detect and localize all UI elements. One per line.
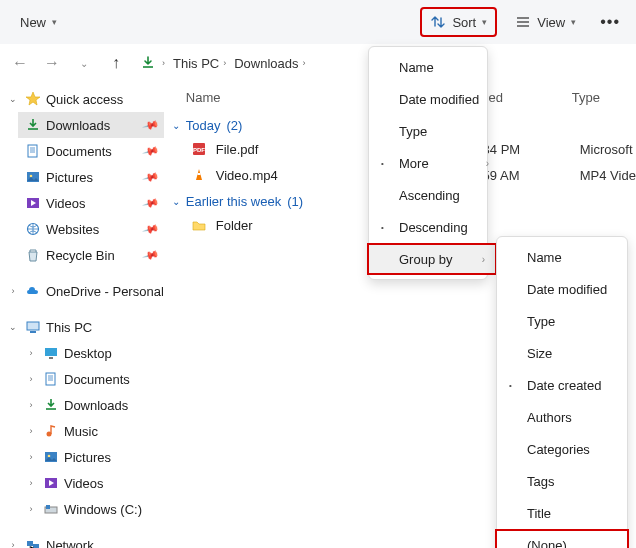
file-type: Microsoft E xyxy=(580,142,636,157)
sidebar-label: Network xyxy=(46,538,164,549)
sidebar-label: Quick access xyxy=(46,92,164,107)
chevron-right-icon: › xyxy=(160,58,167,68)
pictures-icon xyxy=(24,168,42,186)
sidebar-label: Downloads xyxy=(64,398,164,413)
sidebar-item-websites[interactable]: Websites 📌 xyxy=(18,216,164,242)
groupby-none[interactable]: (None) xyxy=(495,529,629,548)
svg-marker-0 xyxy=(26,92,40,105)
sidebar-pc-videos[interactable]: ›Videos xyxy=(18,470,164,496)
forward-button[interactable]: → xyxy=(38,49,66,77)
sidebar-label: Pictures xyxy=(46,170,140,185)
sidebar-pc-documents[interactable]: ›Documents xyxy=(18,366,164,392)
groupby-size[interactable]: Size xyxy=(497,337,627,369)
sidebar-item-recyclebin[interactable]: Recycle Bin 📌 xyxy=(18,242,164,268)
star-icon xyxy=(24,90,42,108)
collapse-icon: ⌄ xyxy=(172,120,180,131)
sidebar-item-downloads[interactable]: Downloads 📌 xyxy=(18,112,164,138)
breadcrumb-thispc[interactable]: This PC› xyxy=(171,56,230,71)
sort-menu: Name Date modified Type •More› Ascending… xyxy=(368,46,488,280)
ellipsis-icon: ••• xyxy=(600,13,620,31)
groupby-name[interactable]: Name xyxy=(497,241,627,273)
breadcrumb-downloads[interactable]: Downloads› xyxy=(232,56,309,71)
expand-icon: › xyxy=(24,478,38,488)
groupby-date-created[interactable]: •Date created xyxy=(497,369,627,401)
sort-menu-group-by[interactable]: Group by› xyxy=(367,243,497,275)
downloads-icon xyxy=(24,116,42,134)
svg-text:PDF: PDF xyxy=(193,147,205,153)
sidebar-label: Pictures xyxy=(64,450,164,465)
svg-rect-24 xyxy=(197,173,200,175)
sidebar-network[interactable]: › Network xyxy=(0,532,164,548)
bullet-icon: • xyxy=(381,223,384,232)
col-type[interactable]: Type xyxy=(572,90,636,105)
sort-menu-name[interactable]: Name xyxy=(369,51,499,83)
group-count: (1) xyxy=(287,194,303,209)
sidebar-pc-music[interactable]: ›Music xyxy=(18,418,164,444)
expand-icon: › xyxy=(24,504,38,514)
sidebar-label: Videos xyxy=(64,476,164,491)
groupby-type[interactable]: Type xyxy=(497,305,627,337)
groupby-title[interactable]: Title xyxy=(497,497,627,529)
sort-menu-more[interactable]: •More› xyxy=(369,147,499,179)
expand-icon: › xyxy=(24,374,38,384)
svg-rect-11 xyxy=(46,373,55,385)
sidebar-pc-downloads[interactable]: ›Downloads xyxy=(18,392,164,418)
sidebar-item-videos[interactable]: Videos 📌 xyxy=(18,190,164,216)
expand-icon: › xyxy=(6,286,20,296)
svg-point-3 xyxy=(30,175,33,178)
chevron-right-icon: › xyxy=(301,58,308,68)
sidebar-label: Websites xyxy=(46,222,140,237)
sort-menu-ascending[interactable]: Ascending xyxy=(369,179,499,211)
nav-row: ← → ⌄ ↑ › This PC› Downloads› xyxy=(0,44,636,82)
sort-menu-descending[interactable]: •Descending xyxy=(369,211,499,243)
sort-label: Sort xyxy=(452,15,476,30)
music-icon xyxy=(42,422,60,440)
chevron-down-icon: ▾ xyxy=(52,17,57,27)
videos-icon xyxy=(42,474,60,492)
sidebar-item-documents[interactable]: Documents 📌 xyxy=(18,138,164,164)
sort-icon xyxy=(430,14,446,30)
documents-icon xyxy=(24,142,42,160)
groupby-date-modified[interactable]: Date modified xyxy=(497,273,627,305)
sort-button[interactable]: Sort ▾ xyxy=(420,7,497,37)
sidebar-pc-pictures[interactable]: ›Pictures xyxy=(18,444,164,470)
sidebar-quick-access[interactable]: ⌄ Quick access xyxy=(0,86,164,112)
sidebar-pc-desktop[interactable]: ›Desktop xyxy=(18,340,164,366)
sidebar-label: Recycle Bin xyxy=(46,248,140,263)
downloads-icon xyxy=(42,396,60,414)
sidebar-thispc[interactable]: ⌄ This PC xyxy=(0,314,164,340)
group-by-menu: Name Date modified Type Size •Date creat… xyxy=(496,236,628,548)
groupby-authors[interactable]: Authors xyxy=(497,401,627,433)
sort-menu-type[interactable]: Type xyxy=(369,115,499,147)
sidebar-label: Documents xyxy=(46,144,140,159)
sidebar-pc-windows-c[interactable]: ›Windows (C:) xyxy=(18,496,164,522)
groupby-tags[interactable]: Tags xyxy=(497,465,627,497)
sidebar-label: Videos xyxy=(46,196,140,211)
chevron-down-icon: ▾ xyxy=(482,17,487,27)
view-button[interactable]: View ▾ xyxy=(505,7,586,37)
sort-menu-date-modified[interactable]: Date modified xyxy=(369,83,499,115)
folder-icon xyxy=(190,216,208,234)
up-button[interactable]: ↑ xyxy=(102,49,130,77)
back-button[interactable]: ← xyxy=(6,49,34,77)
pin-icon: 📌 xyxy=(141,220,160,238)
group-title: Earlier this week xyxy=(186,194,281,209)
sidebar-onedrive[interactable]: › OneDrive - Personal xyxy=(0,278,164,304)
svg-rect-19 xyxy=(27,541,33,546)
pin-icon: 📌 xyxy=(141,116,160,134)
cloud-icon xyxy=(24,282,42,300)
pictures-icon xyxy=(42,448,60,466)
expand-icon: › xyxy=(24,400,38,410)
sidebar-label: Downloads xyxy=(46,118,140,133)
desktop-icon xyxy=(42,344,60,362)
chevron-right-icon: › xyxy=(482,254,485,265)
sidebar-label: Music xyxy=(64,424,164,439)
drive-icon xyxy=(42,500,60,518)
groupby-categories[interactable]: Categories xyxy=(497,433,627,465)
new-button[interactable]: New ▾ xyxy=(10,7,67,37)
recent-dropdown[interactable]: ⌄ xyxy=(70,49,98,77)
more-button[interactable]: ••• xyxy=(594,7,626,37)
videos-icon xyxy=(24,194,42,212)
sidebar-item-pictures[interactable]: Pictures 📌 xyxy=(18,164,164,190)
expand-icon: › xyxy=(6,540,20,548)
